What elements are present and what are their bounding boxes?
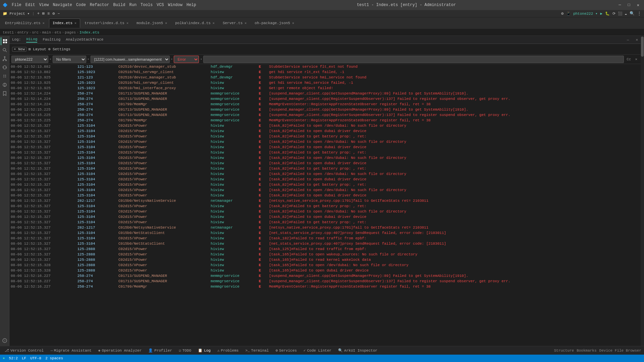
table-row[interactable]: 08-06 12:52:14.224 250-274 C01713/SUSPEN… bbox=[9, 91, 641, 96]
log-tab-analyze[interactable]: AnalyzeStackTrace bbox=[66, 38, 103, 42]
other-run-controls[interactable]: ⟳ ⬛ ☁ bbox=[612, 11, 627, 16]
bookmarks-label[interactable]: Bookmarks bbox=[577, 349, 596, 353]
bottom-tab-arkui[interactable]: 🔍 ArkUI Inspector bbox=[336, 348, 379, 353]
regex-btn[interactable]: Cc bbox=[625, 57, 632, 61]
device-select[interactable]: 📱 phtone222 ▾ bbox=[566, 11, 597, 16]
tab-close[interactable]: ✕ bbox=[74, 21, 76, 25]
table-row[interactable]: 08-06 12:52:14.224 250-274 C01713/SUSPEN… bbox=[9, 96, 641, 102]
tab-close[interactable]: ✕ bbox=[213, 21, 215, 25]
table-row[interactable]: 08-06 12:52:15.327 125-3104 C02d15/XPowe… bbox=[9, 209, 641, 214]
status-branch[interactable]: 52:2 bbox=[9, 356, 18, 360]
breadcrumb-entry[interactable]: entry bbox=[17, 31, 29, 35]
table-row[interactable]: 08-06 12:52:13.925 125-1023 C02510/hmi_i… bbox=[9, 85, 641, 91]
table-row[interactable]: 08-06 12:52:15.327 125-3104 C02d15/XPowe… bbox=[9, 150, 641, 155]
search-input[interactable] bbox=[203, 56, 624, 63]
breadcrumb-src[interactable]: src bbox=[32, 31, 39, 35]
bottom-tab-problems[interactable]: ⚠ Problems bbox=[215, 348, 240, 353]
sidebar-icon-search[interactable] bbox=[1, 46, 9, 54]
status-indent[interactable]: 2 spaces bbox=[45, 356, 63, 360]
table-row[interactable]: 08-06 12:52:15.327 125-3104 C02d15/XPowe… bbox=[9, 139, 641, 144]
settings-icon[interactable]: ⚙ bbox=[561, 11, 564, 16]
log-tab-faultlog[interactable]: FaultLog bbox=[43, 38, 60, 42]
bottom-tab-todo[interactable]: ☑ TODO bbox=[177, 348, 193, 353]
table-row[interactable]: 08-06 12:52:15.327 125-3104 C02d15/XPowe… bbox=[9, 155, 641, 161]
table-row[interactable]: 08-06 12:52:15.225 250-274 C01713/SUSPEN… bbox=[9, 112, 641, 118]
table-row[interactable]: 08-06 12:52:15.327 125-2888 C02d15/XPowe… bbox=[9, 252, 641, 257]
breadcrumb-main[interactable]: main bbox=[42, 31, 51, 35]
bottom-tab-migrate[interactable]: → Migrate Assistant bbox=[48, 348, 94, 353]
more-icon[interactable]: ⋮ bbox=[637, 11, 641, 16]
bottom-tab-profiler[interactable]: 👤 Profiler bbox=[146, 348, 174, 353]
log-collapse-btn[interactable]: — bbox=[627, 38, 629, 42]
structure-label[interactable]: Structure bbox=[554, 349, 574, 353]
device-filter[interactable]: phtone222 bbox=[11, 56, 48, 63]
table-row[interactable]: 08-06 12:52:15.327 125-3104 C02d15/XPowe… bbox=[9, 182, 641, 187]
table-row[interactable]: 08-06 12:52:15.327 125-3104 C02d15/XPowe… bbox=[9, 203, 641, 209]
app-filter[interactable]: [1222] com.huawei...samplemanagement bbox=[91, 56, 170, 63]
table-row[interactable]: 08-06 12:52:15.327 125-3104 C02d15/XPowe… bbox=[9, 123, 641, 128]
bottom-tab-log[interactable]: 📋 Log bbox=[196, 348, 213, 353]
sidebar-icon-extensions[interactable] bbox=[1, 72, 9, 80]
bottom-tab-services[interactable]: ⚙ Services bbox=[273, 348, 299, 353]
breadcrumb-indexets[interactable]: Index.ets bbox=[79, 31, 99, 35]
toolbar-icon-layout[interactable]: ⊞ bbox=[42, 11, 45, 16]
tab-polka[interactable]: polka\index.d.ts ✕ bbox=[171, 18, 218, 28]
tab-close[interactable]: ✕ bbox=[43, 21, 45, 25]
tab-index[interactable]: Index.ets ✕ bbox=[49, 18, 80, 28]
table-row[interactable]: 08-06 12:52:15.327 125-3104 C02d15/XPowe… bbox=[9, 177, 641, 182]
table-row[interactable]: 08-06 12:52:15.327 125-3104 C02d15/XPowe… bbox=[9, 166, 641, 171]
menu-help[interactable]: Help bbox=[186, 3, 196, 7]
table-row[interactable]: 08-06 12:52:15.327 125-3104 C02d15/XPowe… bbox=[9, 236, 641, 241]
settings-button[interactable]: ⚙ Settings bbox=[48, 47, 70, 51]
table-row[interactable]: 08-06 12:52:15.328 125-2888 C02d15/XPowe… bbox=[9, 262, 641, 268]
table-row[interactable]: 08-06 12:52:15.327 125-3104 C02d15/XPowe… bbox=[9, 171, 641, 177]
status-encoding[interactable]: UTF-8 bbox=[30, 356, 41, 360]
toolbar-icon-settings[interactable]: ⚙ bbox=[52, 11, 55, 16]
menu-code[interactable]: Code bbox=[76, 3, 86, 7]
table-row[interactable]: 08-06 12:52:16.227 250-274 C01713/SUSPEN… bbox=[9, 279, 641, 284]
table-row[interactable]: 08-06 12:52:15.327 125-3104 C015b0/NetSt… bbox=[9, 230, 641, 236]
sidebar-icon-sync[interactable] bbox=[1, 63, 9, 71]
table-row[interactable]: 08-06 12:52:13.925 121-123 C02510/devsvc… bbox=[9, 75, 641, 80]
project-dropdown[interactable]: 📁 Project ▾ bbox=[3, 11, 30, 16]
table-row[interactable]: 08-06 12:52:15.327 125-3104 C02d15/XPowe… bbox=[9, 220, 641, 225]
sidebar-icon-bookmark[interactable] bbox=[1, 89, 9, 98]
menu-navigate[interactable]: Navigate bbox=[53, 3, 72, 7]
log-tab-hilog[interactable]: HiLog bbox=[26, 37, 37, 43]
sidebar-icon-git[interactable] bbox=[1, 55, 9, 63]
menu-window[interactable]: Window bbox=[168, 3, 182, 7]
clear-btn[interactable]: ✕ bbox=[634, 57, 639, 61]
table-row[interactable]: 08-06 12:52:15.327 125-2888 C02d15/XPowe… bbox=[9, 257, 641, 262]
bottom-tab-terminal[interactable]: >_ Terminal bbox=[243, 348, 271, 353]
bottom-tab-versioncontrol[interactable]: ⎇ Version Control bbox=[3, 348, 46, 353]
tab-ohpackage[interactable]: oh-package.json5 ✕ bbox=[251, 18, 298, 28]
table-row[interactable]: 08-06 12:52:15.327 125-3104 C02d15/XPowe… bbox=[9, 187, 641, 193]
search-icon[interactable]: 🔍 bbox=[630, 11, 635, 16]
bottom-tab-operation[interactable]: ◈ Operation Analyzer bbox=[96, 348, 144, 353]
table-row[interactable]: 08-06 12:52:15.327 125-3104 C02d15/XPowe… bbox=[9, 128, 641, 134]
tab-close[interactable]: ✕ bbox=[245, 21, 247, 25]
minimize-button[interactable]: — bbox=[616, 3, 623, 8]
right-scrollbar[interactable] bbox=[641, 36, 644, 346]
run-icon[interactable]: ▶ bbox=[600, 11, 603, 16]
filter-preset[interactable]: No filters bbox=[53, 56, 86, 63]
table-row[interactable]: 08-06 12:52:15.327 125-3104 C02d15/XPowe… bbox=[9, 193, 641, 198]
table-row[interactable]: 08-06 12:52:13.882 125-1023 C02510/hdi_s… bbox=[9, 69, 641, 75]
tab-module[interactable]: module.json5 ✕ bbox=[133, 18, 171, 28]
tab-close[interactable]: ✕ bbox=[292, 21, 294, 25]
table-row[interactable]: 08-06 12:52:15.327 125-3104 C015b0/NetSt… bbox=[9, 241, 641, 246]
tab-close[interactable]: ✕ bbox=[126, 21, 128, 25]
bottom-tab-codelinter[interactable]: ✓ Code Linter bbox=[302, 348, 333, 353]
devicefile-label[interactable]: Device File Browser bbox=[599, 349, 641, 353]
tab-trouter[interactable]: trouter\index.d.ts ✕ bbox=[81, 18, 132, 28]
sidebar-icon-help[interactable]: ? bbox=[1, 337, 9, 345]
breadcrumb-ets[interactable]: ets bbox=[55, 31, 61, 35]
table-row[interactable]: 08-06 12:52:15.327 282-1217 C015b0/Netsy… bbox=[9, 198, 641, 203]
menu-tools[interactable]: Tools bbox=[141, 3, 153, 7]
table-row[interactable]: 08-06 12:52:15.327 125-3104 C02d15/XPowe… bbox=[9, 214, 641, 220]
breadcrumb-pages[interactable]: pages bbox=[65, 31, 76, 35]
toolbar-icon-plus[interactable]: + bbox=[37, 11, 40, 16]
tab-close[interactable]: ✕ bbox=[165, 21, 167, 25]
table-row[interactable]: 08-06 12:52:15.225 250-274 C01799/MemMgr… bbox=[9, 118, 641, 123]
menu-edit[interactable]: Edit bbox=[25, 3, 35, 7]
